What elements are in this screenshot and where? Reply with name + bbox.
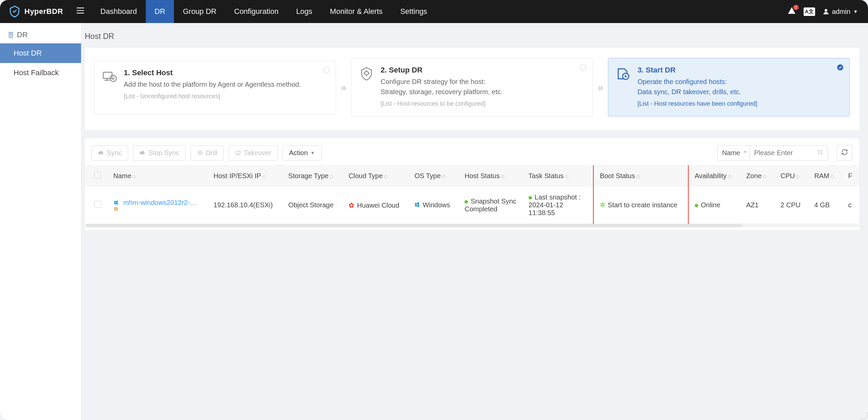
col-name[interactable]: Name◇ [107, 166, 208, 187]
col-boot-status[interactable]: Boot Status◇ [593, 166, 688, 187]
host-name-link[interactable]: mhm-windows2012r2-… [123, 199, 197, 206]
col-zone[interactable]: Zone◇ [740, 166, 774, 187]
host-table: Name◇ Host IP/ESXi IP◇ Storage Type◇ Clo… [85, 165, 859, 224]
sidebar-item-host-dr[interactable]: Host DR [0, 43, 81, 63]
nav-configuration[interactable]: Configuration [225, 0, 288, 23]
chevron-down-icon: ▼ [853, 9, 858, 14]
loading-icon: ✲ [600, 201, 606, 209]
sidebar: DR Host DR Host Failback [0, 23, 81, 420]
copy-icon [113, 206, 119, 212]
step-select-host[interactable]: 1. Select Host Add the host to the platf… [94, 61, 336, 114]
step-start-dr[interactable]: 3. Start DR Operate the configured hosts… [608, 58, 850, 117]
play-box-icon [616, 66, 631, 83]
page-title: Host DR [81, 23, 868, 48]
svg-point-0 [824, 9, 827, 12]
language-toggle[interactable]: A文 [804, 7, 815, 16]
brand-text: HyperBDR [24, 7, 63, 16]
alerts-icon[interactable]: 0 [787, 6, 796, 17]
step-status-icon [580, 64, 586, 70]
col-cpu[interactable]: CPU◇ [774, 166, 808, 187]
step-list: [List - Host resources have been configu… [637, 100, 841, 107]
col-ram[interactable]: RAM◇ [808, 166, 842, 187]
col-task-status[interactable]: Task Status◇ [522, 166, 594, 187]
cell-zone: AZ1 [740, 187, 774, 224]
user-icon [823, 8, 829, 15]
cloud-icon [98, 150, 104, 156]
cell-boot-status: ✲Start to create instance [593, 187, 688, 224]
step-desc: Operate the configured hosts: Data sync,… [637, 77, 841, 97]
step-setup-dr[interactable]: 2. Setup DR Configure DR strategy for th… [351, 58, 593, 117]
cell-ram: 4 GB [808, 187, 842, 224]
status-dot-icon [465, 200, 468, 204]
cell-storage-type: Object Storage [282, 187, 342, 224]
step-desc: Add the host to the platform by Agent or… [124, 79, 327, 89]
stop-sync-button[interactable]: Stop Sync [133, 145, 185, 161]
search-icon[interactable] [817, 149, 824, 157]
takeover-icon [235, 150, 241, 156]
nav-settings[interactable]: Settings [391, 0, 436, 23]
horizontal-scrollbar[interactable] [85, 224, 859, 227]
hamburger-icon[interactable] [69, 7, 92, 16]
scroll-thumb[interactable] [85, 224, 743, 227]
cell-host-ip: 192.168.10.4(ESXi) [208, 187, 282, 224]
col-cloud-type[interactable]: Cloud Type◇ [342, 166, 408, 187]
nav-monitor-alerts[interactable]: Monitor & Alerts [321, 0, 391, 23]
reload-button[interactable] [837, 145, 852, 161]
chevron-down-icon: ▼ [311, 150, 315, 155]
nav-dashboard[interactable]: Dashboard [92, 0, 146, 23]
col-host-status[interactable]: Host Status◇ [458, 166, 522, 187]
table-scroll[interactable]: Name◇ Host IP/ESXi IP◇ Storage Type◇ Clo… [85, 165, 859, 224]
sync-button[interactable]: Sync [92, 145, 128, 161]
windows-icon [113, 200, 119, 205]
select-all-checkbox[interactable] [94, 172, 101, 178]
nav-logs[interactable]: Logs [287, 0, 321, 23]
step-list: [List - Unconfigured host resources] [124, 93, 327, 100]
row-checkbox[interactable] [94, 201, 101, 208]
status-dot-icon [695, 204, 698, 207]
cell-os-type: Windows [408, 187, 458, 224]
action-dropdown[interactable]: Action ▼ [282, 145, 321, 161]
os-badges [113, 200, 119, 212]
nav-dr[interactable]: DR [146, 0, 174, 23]
svg-rect-11 [114, 207, 117, 210]
stop-cloud-icon [139, 150, 145, 156]
table-row[interactable]: mhm-windows2012r2-… 192.168.10.4(ESXi) O… [85, 187, 859, 224]
col-host-ip[interactable]: Host IP/ESXi IP◇ [208, 166, 282, 187]
sidebar-item-host-failback[interactable]: Host Failback [0, 63, 81, 83]
building-icon [7, 31, 14, 38]
svg-point-6 [198, 151, 202, 155]
svg-rect-10 [115, 208, 118, 210]
step-desc: Configure DR strategy for the host: Stra… [381, 77, 584, 97]
drill-button[interactable]: Drill [191, 145, 224, 161]
brand: HyperBDR [0, 5, 69, 18]
user-name: admin [832, 8, 850, 16]
host-icon [102, 69, 117, 85]
step-title: 3. Start DR [637, 66, 841, 75]
topbar: HyperBDR Dashboard DR Group DR Configura… [0, 0, 868, 23]
nav-group-dr[interactable]: Group DR [174, 0, 225, 23]
cell-host-status: Snapshot Sync Completed [458, 187, 522, 224]
takeover-button[interactable]: Takeover [229, 145, 278, 161]
cell-cloud-type: ✿Huawei Cloud [342, 187, 408, 224]
main-nav: Dashboard DR Group DR Configuration Logs… [92, 0, 436, 23]
user-menu[interactable]: admin ▼ [823, 8, 858, 16]
col-os-type[interactable]: OS Type◇ [408, 166, 458, 187]
svg-rect-8 [236, 151, 240, 154]
reload-icon [841, 149, 848, 155]
search-input[interactable] [754, 149, 815, 157]
col-availability[interactable]: Availability◇ [688, 166, 740, 187]
col-storage-type[interactable]: Storage Type◇ [282, 166, 342, 187]
cell-cpu: 2 CPU [774, 187, 808, 224]
alert-badge: 0 [793, 5, 799, 10]
cell-availability: Online [688, 187, 740, 224]
cell-flavor: c [842, 187, 859, 224]
search-input-wrap [750, 145, 828, 161]
steps-card: 1. Select Host Add the host to the platf… [85, 48, 859, 130]
col-flavor[interactable]: F [842, 166, 859, 187]
status-dot-icon [529, 196, 532, 200]
svg-point-9 [818, 150, 822, 154]
cell-task-status: Last snapshot : 2024-01-12 11:38:55 [522, 187, 594, 224]
sidebar-title: DR [0, 23, 81, 43]
windows-icon [414, 201, 420, 209]
filter-field-select[interactable]: Name [717, 145, 750, 161]
